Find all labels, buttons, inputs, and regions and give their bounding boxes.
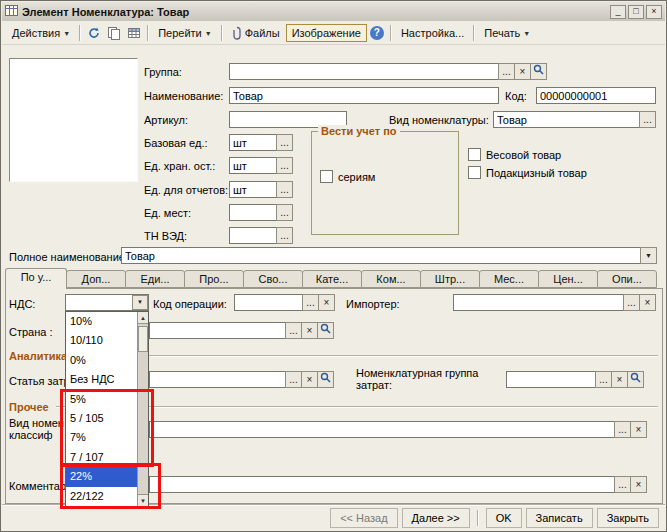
group-label: Группа: <box>144 66 182 78</box>
vat-option[interactable]: 5% <box>66 390 137 409</box>
save-button[interactable]: Записать <box>526 508 593 528</box>
tnved-select-button[interactable]: ... <box>276 227 293 244</box>
nomenclature-cost-group-select-button[interactable]: ... <box>595 371 612 388</box>
toolbar: Действия ▼ Перейти ▼ Файлы Изображение ? <box>2 22 665 45</box>
item-picture-box[interactable] <box>9 58 138 182</box>
vat-option[interactable]: Без НДС <box>66 370 137 389</box>
tab-default[interactable]: По у... <box>5 268 67 289</box>
classifier-kind-select-button[interactable]: ... <box>614 421 631 438</box>
cost-item-select-button[interactable]: ... <box>285 371 302 388</box>
vat-dropdown-button[interactable]: ▼ <box>132 295 148 310</box>
close-form-button[interactable]: Закрыть <box>597 508 659 528</box>
vat-option[interactable]: 5 / 105 <box>66 409 137 428</box>
tnved-input[interactable] <box>229 227 277 244</box>
place-unit-select-button[interactable]: ... <box>276 204 293 221</box>
list-button[interactable] <box>124 24 144 42</box>
cost-item-open-button[interactable] <box>317 371 334 388</box>
scroll-down-icon[interactable]: ▼ <box>138 494 148 506</box>
weight-goods-checkbox[interactable] <box>468 148 481 161</box>
full-name-input[interactable] <box>121 247 641 264</box>
weight-goods-label[interactable]: Весовой товар <box>486 149 561 161</box>
group-open-button[interactable] <box>530 63 547 80</box>
tab-locations[interactable]: Мес... <box>479 270 539 288</box>
importer-clear-button[interactable]: × <box>639 294 656 311</box>
kind-select-button[interactable]: ... <box>639 111 656 128</box>
dropdown-scrollbar[interactable]: ▲ ▼ <box>137 312 148 506</box>
cost-item-input[interactable] <box>149 371 286 388</box>
actions-menu-button[interactable]: Действия ▼ <box>6 24 76 42</box>
country-label: Страна : <box>9 326 53 338</box>
storage-unit-select-button[interactable]: ... <box>276 157 293 174</box>
comment-select-button[interactable]: ... <box>614 476 631 493</box>
scrollbar-thumb[interactable] <box>138 326 148 352</box>
vat-option-selected[interactable]: 22% <box>66 467 137 486</box>
go-menu-button[interactable]: Перейти ▼ <box>152 24 218 42</box>
group-input[interactable] <box>229 63 499 80</box>
maximize-button[interactable]: □ <box>628 5 644 19</box>
series-checkbox[interactable] <box>320 170 333 183</box>
vat-option[interactable]: 10% <box>66 312 137 331</box>
nomenclature-cost-group-label-line1: Номенклатурная группа <box>356 367 478 379</box>
series-checkbox-label[interactable]: сериям <box>338 171 375 183</box>
importer-select-button[interactable]: ... <box>623 294 640 311</box>
full-name-dropdown-button[interactable]: ▼ <box>640 247 657 264</box>
files-button[interactable]: Файлы <box>226 23 286 43</box>
country-clear-button[interactable]: × <box>301 322 318 339</box>
tab-categories[interactable]: Кате... <box>302 270 362 288</box>
image-toggle-button[interactable]: Изображение <box>286 24 367 42</box>
back-button[interactable]: << Назад <box>330 508 397 528</box>
operation-code-clear-button[interactable]: × <box>318 294 335 311</box>
operation-code-input[interactable] <box>234 294 303 311</box>
nomenclature-cost-group-open-button[interactable] <box>627 371 644 388</box>
vat-option[interactable]: 22/122 <box>66 487 137 506</box>
close-button[interactable]: × <box>646 5 662 19</box>
kind-input[interactable] <box>493 111 640 128</box>
classifier-kind-clear-button[interactable]: × <box>630 421 647 438</box>
tab-additional[interactable]: Доп... <box>66 270 126 288</box>
vat-option[interactable]: 7% <box>66 428 137 447</box>
next-button[interactable]: Далее >> <box>402 508 470 528</box>
report-unit-input[interactable] <box>229 181 277 198</box>
copy-button[interactable] <box>104 24 124 42</box>
code-input[interactable] <box>536 87 656 104</box>
country-open-button[interactable] <box>317 322 334 339</box>
excise-goods-label[interactable]: Подакцизный товар <box>486 167 587 179</box>
help-button[interactable]: ? <box>367 24 387 42</box>
operation-code-select-button[interactable]: ... <box>302 294 319 311</box>
tab-commission[interactable]: Ком... <box>361 270 421 288</box>
importer-input[interactable] <box>453 294 624 311</box>
tab-barcodes[interactable]: Штр... <box>420 270 480 288</box>
ok-button[interactable]: OK <box>486 508 522 528</box>
vat-option[interactable]: 0% <box>66 351 137 370</box>
paperclip-icon <box>232 26 242 40</box>
group-select-button[interactable]: ... <box>498 63 515 80</box>
refresh-button[interactable] <box>84 24 104 42</box>
report-unit-select-button[interactable]: ... <box>276 181 293 198</box>
nomenclature-cost-group-input[interactable] <box>506 371 596 388</box>
tab-description[interactable]: Опи... <box>597 270 657 288</box>
group-clear-button[interactable]: × <box>514 63 531 80</box>
minimize-button[interactable]: _ <box>610 5 626 19</box>
excise-goods-checkbox[interactable] <box>468 166 481 179</box>
base-unit-input[interactable] <box>229 134 277 151</box>
tab-prices[interactable]: Цен... <box>538 270 598 288</box>
name-input[interactable] <box>229 87 499 104</box>
vat-option[interactable]: 7 / 107 <box>66 448 137 467</box>
base-unit-select-button[interactable]: ... <box>276 134 293 151</box>
storage-unit-input[interactable] <box>229 157 277 174</box>
tab-projects[interactable]: Про... <box>184 270 244 288</box>
country-input[interactable] <box>149 322 286 339</box>
comment-clear-button[interactable]: × <box>630 476 647 493</box>
tab-units[interactable]: Еди... <box>125 270 185 288</box>
vat-option[interactable]: 10/110 <box>66 331 137 350</box>
nomenclature-cost-group-clear-button[interactable]: × <box>611 371 628 388</box>
settings-button[interactable]: Настройка... <box>395 24 470 42</box>
scroll-up-icon[interactable]: ▲ <box>138 312 148 324</box>
classifier-kind-input[interactable] <box>149 421 615 438</box>
tab-properties[interactable]: Сво... <box>243 270 303 288</box>
cost-item-clear-button[interactable]: × <box>301 371 318 388</box>
comment-input[interactable] <box>149 476 615 493</box>
place-unit-input[interactable] <box>229 204 277 221</box>
country-select-button[interactable]: ... <box>285 322 302 339</box>
print-menu-button[interactable]: Печать ▼ <box>478 24 536 42</box>
